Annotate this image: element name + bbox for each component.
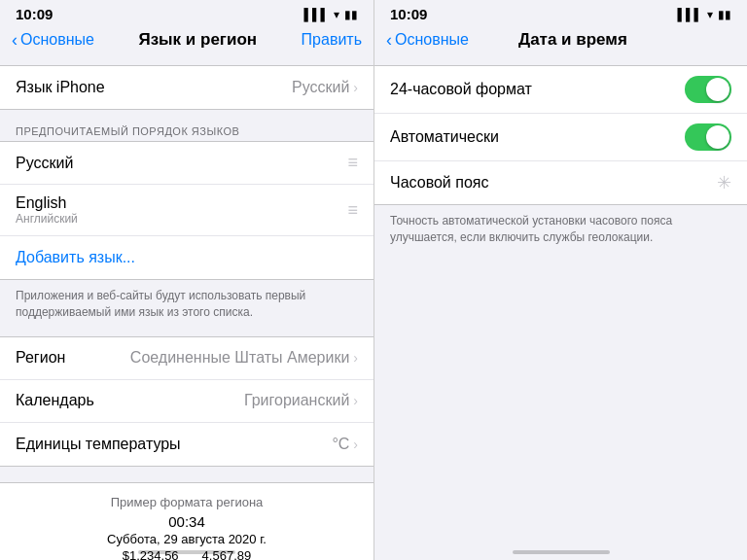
signal-icon-right: ▌▌▌ [677,8,702,21]
back-label-left: Основные [20,31,94,49]
status-icons-right: ▌▌▌ ▾ ▮▮ [677,8,731,21]
temp-label: Единицы температуры [16,436,181,453]
battery-icon: ▮▮ [344,8,358,21]
lang-order-header: ПРЕДПОЧИТАЕМЫЙ ПОРЯДОК ЯЗЫКОВ [0,125,374,141]
lang-order-section: Русский ≡ English Английский ≡ Добавить … [0,141,374,280]
status-time-right: 10:09 [390,6,427,22]
timezone-info-text: Точность автоматической установки часово… [374,205,747,254]
region-row[interactable]: Регион Соединенные Штаты Америки › [0,337,374,380]
status-bar-right: 10:09 ▌▌▌ ▾ ▮▮ [374,0,747,26]
row-timezone[interactable]: Часовой пояс ✳ [374,161,747,204]
home-indicator-right [513,550,610,554]
chevron-region: › [353,350,358,366]
toggle-24h[interactable] [685,76,731,103]
left-content: Язык iPhone Русский › ПРЕДПОЧИТАЕМЫЙ ПОР… [0,57,374,560]
back-chevron-left: ‹ [12,31,18,49]
toggle-knob-auto [706,125,729,149]
format-example-box: Пример формата региона 00:34 Суббота, 29… [0,482,374,560]
chevron-iphone-lang: › [353,80,358,95]
calendar-row[interactable]: Календарь Григорианский › [0,380,374,423]
label-timezone: Часовой пояс [390,174,488,192]
calendar-value-group: Григорианский › [244,392,358,409]
region-value: Соединенные Штаты Америки [130,349,350,367]
left-screen: 10:09 ▌▌▌ ▾ ▮▮ ‹ Основные Язык и регион … [0,0,374,560]
temp-value: °C [332,436,349,453]
toggle-knob-24h [706,78,729,101]
russian-lang-left: Русский [16,155,73,172]
back-button-left[interactable]: ‹ Основные [12,31,94,49]
nav-title-left: Язык и регион [138,30,257,50]
iphone-language-value-group: Русский › [292,79,358,96]
iphone-language-value: Русский [292,79,349,96]
drag-handle-english[interactable]: ≡ [347,200,358,221]
temp-value-group: °C › [332,436,358,453]
right-screen: 10:09 ▌▌▌ ▾ ▮▮ ‹ Основные Дата и время 2… [374,0,747,560]
row-auto[interactable]: Автоматически [374,114,747,161]
english-lang-sublabel: Английский [16,212,78,226]
temp-row[interactable]: Единицы температуры °C › [0,423,374,466]
signal-icon: ▌▌▌ [303,8,329,21]
nav-bar-left: ‹ Основные Язык и регион Править [0,26,374,57]
calendar-label: Календарь [16,392,94,409]
russian-lang-label: Русский [16,155,73,172]
calendar-value: Григорианский [244,392,349,409]
datetime-section: 24-часовой формат Автоматически Часовой … [374,65,747,205]
status-bar-left: 10:09 ▌▌▌ ▾ ▮▮ [0,0,374,26]
wifi-icon-right: ▾ [707,8,713,21]
format-example-date: Суббота, 29 августа 2020 г. [16,532,358,546]
nav-title-right: Дата и время [518,30,627,50]
chevron-calendar: › [353,393,358,408]
lang-row-russian[interactable]: Русский ≡ [0,142,374,185]
nav-bar-right: ‹ Основные Дата и время [374,26,747,57]
iphone-language-section: Язык iPhone Русский › [0,65,374,110]
chevron-temp: › [353,437,358,452]
spinner-icon-timezone: ✳ [717,172,731,193]
iphone-language-row[interactable]: Язык iPhone Русский › [0,66,374,109]
region-label: Регион [16,349,65,367]
back-chevron-right: ‹ [386,31,392,49]
region-value-group: Соединенные Штаты Америки › [130,349,358,367]
lang-row-english[interactable]: English Английский ≡ [0,185,374,236]
region-section: Регион Соединенные Штаты Америки › Кален… [0,336,374,467]
drag-handle-russian[interactable]: ≡ [347,153,358,173]
wifi-icon: ▾ [334,8,339,21]
iphone-language-label: Язык iPhone [16,79,105,96]
lang-order-group: ПРЕДПОЧИТАЕМЫЙ ПОРЯДОК ЯЗЫКОВ Русский ≡ … [0,125,374,280]
battery-icon-right: ▮▮ [718,8,731,21]
toggle-auto[interactable] [685,123,731,151]
home-indicator-left [138,550,235,554]
format-example-title: Пример формата региона [16,495,358,509]
add-language-label: Добавить язык... [16,249,135,266]
label-auto: Автоматически [390,128,499,146]
label-24h: 24-часовой формат [390,81,532,98]
format-example-time: 00:34 [16,513,358,530]
status-icons-left: ▌▌▌ ▾ ▮▮ [303,8,358,21]
back-button-right[interactable]: ‹ Основные [386,31,469,49]
right-content: 24-часовой формат Автоматически Часовой … [374,57,747,560]
back-label-right: Основные [395,31,469,49]
english-lang-left: English Английский [16,194,78,226]
english-lang-label: English [16,194,78,212]
nav-action-left[interactable]: Править [302,31,362,49]
row-24h[interactable]: 24-часовой формат [374,66,747,114]
lang-info-text: Приложения и веб-сайты будут использоват… [0,280,374,329]
add-language-row[interactable]: Добавить язык... [0,236,374,279]
timezone-right: ✳ [717,172,731,193]
status-time-left: 10:09 [16,6,53,22]
